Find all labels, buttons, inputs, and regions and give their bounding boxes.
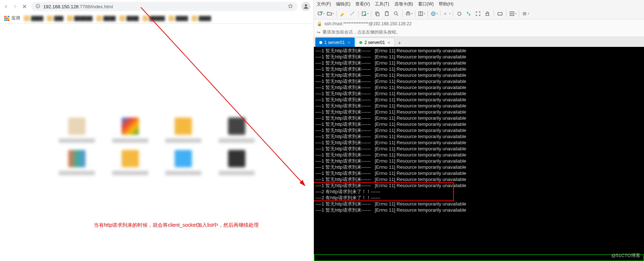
fullscreen-icon[interactable] <box>474 10 482 18</box>
prompt-cursor-line <box>314 255 644 261</box>
address-bar[interactable]: 192.168.150.128:7788/index.html <box>31 2 298 11</box>
lock-small-icon: 🔒 <box>317 21 322 26</box>
url-text: 192.168.150.128:7788/index.html <box>43 4 113 9</box>
list-icon[interactable]: ▾ <box>521 10 529 18</box>
transfer-icon[interactable] <box>465 10 473 18</box>
menu-bar: 文件(F) 编辑(E) 查看(V) 工具(T) 选项卡(B) 窗口(W) 帮助(… <box>314 0 644 8</box>
terminal-output[interactable]: ----1 暂无http请求到来------ [Errno 11] Resour… <box>314 47 644 261</box>
status-dot-icon <box>319 41 322 44</box>
svg-point-3 <box>305 4 307 6</box>
tab-label: 1 server01 <box>324 40 345 45</box>
properties-icon[interactable]: ▾ <box>361 10 369 18</box>
svg-rect-12 <box>385 12 388 16</box>
hint-text: 要添加当前会话，点击左侧的箭头按钮。 <box>323 29 400 35</box>
svg-point-7 <box>353 12 354 13</box>
svg-rect-13 <box>386 11 387 12</box>
session-address-bar: 🔒 ssh://root:***************@192.168.150… <box>314 19 644 28</box>
bookmark-item[interactable]: ████ <box>119 16 139 21</box>
bookmark-item[interactable]: ████ <box>96 16 116 21</box>
menu-file[interactable]: 文件(F) <box>317 1 331 7</box>
back-button[interactable] <box>3 4 9 9</box>
watermark: @51CTO博客 <box>611 252 640 259</box>
add-tab-button[interactable]: + <box>395 39 403 47</box>
open-icon[interactable]: ▾ <box>326 10 334 18</box>
highlight-annotation <box>314 182 454 201</box>
svg-point-9 <box>364 14 366 16</box>
shortcut-tile[interactable] <box>215 118 258 143</box>
refresh-icon[interactable] <box>455 10 463 18</box>
bookmark-item[interactable]: ████ <box>168 16 188 21</box>
bookmark-item[interactable]: ███ <box>47 16 63 21</box>
lock-icon[interactable] <box>483 10 491 18</box>
new-tab-content <box>0 24 314 175</box>
session-address: ssh://root:***************@192.168.150.1… <box>324 21 412 26</box>
menu-edit[interactable]: 编辑(E) <box>336 1 350 7</box>
bookmark-item[interactable]: ████ <box>192 16 211 21</box>
font-icon[interactable]: A▾ <box>443 10 451 18</box>
bookmarks-bar: 应用 ████ ███ ██████ ████ ████ █████ ████ … <box>0 13 314 24</box>
apps-label: 应用 <box>12 15 20 21</box>
stop-button[interactable] <box>22 4 27 9</box>
svg-rect-23 <box>498 12 502 15</box>
shortcut-tile[interactable] <box>162 118 205 143</box>
forward-button[interactable] <box>12 4 18 9</box>
apps-grid-icon <box>4 16 9 21</box>
chrome-toolbar: 192.168.150.128:7788/index.html <box>0 0 314 13</box>
shortcut-tile[interactable] <box>109 150 152 175</box>
svg-point-14 <box>394 12 397 14</box>
copy-icon[interactable] <box>373 10 381 18</box>
arrow-hint-icon: ↪ <box>317 30 320 35</box>
annotation-text: 当有http请求到来的时候，就会将client_socket加入list中，然后… <box>94 222 259 229</box>
globe-icon[interactable]: ▾ <box>430 10 438 18</box>
svg-rect-22 <box>486 13 489 16</box>
search-icon[interactable] <box>392 10 400 18</box>
tab-label: 2 server01 <box>364 40 385 45</box>
svg-rect-17 <box>407 12 409 13</box>
apps-button[interactable]: 应用 <box>4 15 20 21</box>
tab-close-icon[interactable]: × <box>347 40 351 45</box>
bookmark-star-icon[interactable] <box>288 3 293 10</box>
svg-text:A: A <box>443 12 446 16</box>
print-icon[interactable]: ▾ <box>405 10 413 18</box>
info-icon <box>35 4 40 10</box>
chrome-window: 192.168.150.128:7788/index.html 应用 ████ … <box>0 0 314 261</box>
paste-icon[interactable] <box>383 10 391 18</box>
menu-tools[interactable]: 工具(T) <box>375 1 389 7</box>
shortcut-tiles <box>56 118 258 175</box>
shortcut-tile[interactable] <box>162 150 205 175</box>
tool-bar: ▾ ▾ ▾ ▾ ▾ ▾ A▾ ▾ ▾ <box>314 8 644 19</box>
svg-rect-16 <box>406 13 409 15</box>
tab-server01-1[interactable]: 1 server01 × <box>315 37 355 47</box>
wand-icon[interactable] <box>348 10 356 18</box>
shortcut-tile[interactable] <box>56 118 98 143</box>
tab-close-icon[interactable]: × <box>387 40 391 45</box>
profile-avatar[interactable] <box>301 2 311 11</box>
bookmark-item[interactable]: ████ <box>24 16 43 21</box>
bookmark-item[interactable]: ██████ <box>67 16 93 21</box>
keyboard-icon[interactable] <box>496 10 504 18</box>
menu-tabs[interactable]: 选项卡(B) <box>394 1 413 7</box>
svg-rect-11 <box>377 13 379 16</box>
svg-point-2 <box>38 5 38 5</box>
new-session-icon[interactable]: ▾ <box>317 10 325 18</box>
shortcut-tile[interactable] <box>215 150 258 175</box>
terminal-window: 文件(F) 编辑(E) 查看(V) 工具(T) 选项卡(B) 窗口(W) 帮助(… <box>314 0 644 261</box>
shortcut-tile[interactable] <box>109 118 152 143</box>
add-icon[interactable]: ▾ <box>509 10 517 18</box>
layout-icon[interactable]: ▾ <box>417 10 425 18</box>
status-dot-icon <box>359 41 362 44</box>
bookmark-item[interactable]: █████ <box>143 16 165 21</box>
highlight-icon[interactable] <box>339 10 347 18</box>
shortcut-tile[interactable] <box>56 150 98 175</box>
menu-view[interactable]: 查看(V) <box>355 1 370 7</box>
hint-row: ↪ 要添加当前会话，点击左侧的箭头按钮。 <box>314 28 644 37</box>
svg-line-15 <box>397 14 398 16</box>
session-tabs: 1 server01 × 2 server01 × + <box>314 37 644 47</box>
tab-server01-2[interactable]: 2 server01 × <box>355 37 395 47</box>
menu-window[interactable]: 窗口(W) <box>418 1 434 7</box>
menu-help[interactable]: 帮助(H) <box>439 1 454 7</box>
